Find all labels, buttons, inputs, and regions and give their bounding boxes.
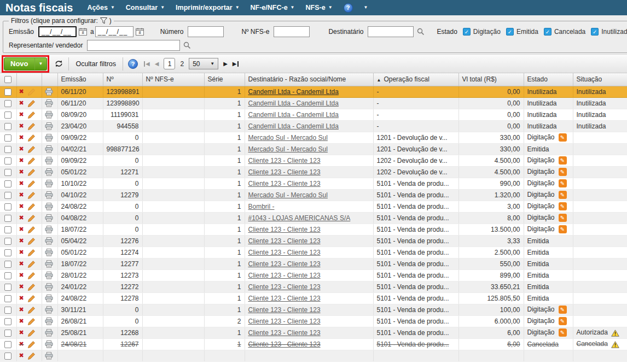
edit-state-icon[interactable]: ✎ <box>559 156 567 165</box>
row-checkbox[interactable] <box>4 295 11 302</box>
printer-icon[interactable] <box>45 340 53 348</box>
destinatario-link[interactable]: Candemil Ltda - Candemil Ltda <box>248 111 339 119</box>
row-checkbox[interactable] <box>4 272 11 279</box>
destinatario-link[interactable]: Cliente 123 - Cliente 123 <box>248 260 321 268</box>
filters-legend[interactable]: Filtros (clique para configurar: ) <box>9 17 114 25</box>
delete-icon[interactable]: ✖ <box>19 145 24 152</box>
printer-icon[interactable] <box>45 237 53 245</box>
destinatario-link[interactable]: Cliente 123 - Cliente 123 <box>248 295 321 302</box>
destinatario-input[interactable] <box>368 26 414 37</box>
table-row[interactable]: ✖24/08/21122671Cliente 123 - Cliente 123… <box>0 338 627 350</box>
delete-icon[interactable]: ✖ <box>19 168 24 175</box>
delete-icon[interactable]: ✖ <box>19 237 24 244</box>
column-header-serie[interactable]: Série <box>204 73 245 86</box>
edit-pencil-icon[interactable] <box>28 318 35 325</box>
printer-icon[interactable] <box>45 249 53 256</box>
printer-icon[interactable] <box>45 272 53 279</box>
row-checkbox[interactable] <box>4 318 11 325</box>
edit-pencil-icon[interactable] <box>28 215 35 222</box>
destinatario-link[interactable]: Cliente 123 - Cliente 123 <box>248 168 321 176</box>
delete-icon[interactable]: ✖ <box>19 226 24 232</box>
edit-pencil-icon[interactable] <box>28 134 35 142</box>
printer-icon[interactable] <box>45 145 53 153</box>
representante-input[interactable] <box>87 40 180 51</box>
edit-pencil-icon[interactable] <box>28 295 35 302</box>
table-row[interactable]: ✖25/08/21122681Cliente 123 - Cliente 123… <box>0 327 627 338</box>
table-row[interactable]: ✖04/08/2201#1043 - LOJAS AMERICANAS S/A5… <box>0 212 627 224</box>
destinatario-link[interactable]: Cliente 123 - Cliente 123 <box>248 306 321 314</box>
table-row[interactable]: ✖23/04/209445581Candemil Ltda - Candemil… <box>0 120 627 132</box>
destinatario-link[interactable]: Mercado Sul - Mercado Sul <box>248 145 328 153</box>
edit-state-icon[interactable]: ✎ <box>559 317 567 325</box>
delete-icon[interactable]: ✖ <box>19 306 24 313</box>
row-checkbox[interactable] <box>4 146 11 153</box>
delete-icon[interactable]: ✖ <box>19 318 24 324</box>
table-row[interactable]: ✖28/01/22122731Cliente 123 - Cliente 123… <box>0 269 627 281</box>
edit-state-icon[interactable]: ✎ <box>559 191 567 199</box>
delete-icon[interactable]: ✖ <box>19 122 24 129</box>
column-header-vltotal[interactable]: Vl total (R$) <box>458 73 524 86</box>
delete-icon[interactable]: ✖ <box>19 180 24 186</box>
table-row[interactable]: ✖09/09/2201Cliente 123 - Cliente 1231202… <box>0 155 627 166</box>
destinatario-link[interactable]: Cliente 123 - Cliente 123 <box>248 157 321 165</box>
delete-icon[interactable]: ✖ <box>19 111 24 118</box>
table-row[interactable]: ✖05/01/22122711Cliente 123 - Cliente 123… <box>0 166 627 178</box>
destinatario-link[interactable]: Cliente 123 - Cliente 123 <box>248 283 321 291</box>
edit-pencil-icon[interactable] <box>28 249 35 256</box>
select-all-checkbox[interactable] <box>0 73 16 86</box>
printer-icon[interactable] <box>45 226 53 233</box>
edit-pencil-icon[interactable] <box>28 353 35 360</box>
table-row[interactable]: ✖24/08/2201Bombril -5101 - Venda de prod… <box>0 201 627 212</box>
last-page-icon[interactable]: ▶ <box>233 61 239 67</box>
row-checkbox[interactable] <box>4 180 11 187</box>
table-row[interactable]: ✖18/07/2201Cliente 123 - Cliente 1235101… <box>0 224 627 235</box>
printer-icon[interactable] <box>45 295 53 302</box>
delete-icon[interactable]: ✖ <box>19 157 24 163</box>
edit-pencil-icon[interactable] <box>28 238 35 245</box>
destinatario-link[interactable]: Cliente 123 - Cliente 123 <box>248 180 321 187</box>
novo-button[interactable]: Novo ▼ <box>4 57 47 71</box>
table-row[interactable]: ✖05/01/22122741Cliente 123 - Cliente 123… <box>0 246 627 258</box>
delete-icon[interactable]: ✖ <box>19 134 24 140</box>
destinatario-link[interactable]: Cliente 123 - Cliente 123 <box>248 318 321 325</box>
refresh-icon[interactable] <box>54 60 63 68</box>
table-row[interactable]: ✖04/10/22122791Mercado Sul - Mercado Sul… <box>0 189 627 201</box>
table-row[interactable]: ✖06/11/201239988911Candemil Ltda - Cande… <box>0 86 627 97</box>
destinatario-link[interactable]: Cliente 123 - Cliente 123 <box>248 340 321 348</box>
edit-pencil-icon[interactable] <box>28 180 35 187</box>
estado-checkbox-emitida[interactable]: ✓Emitida <box>506 28 538 36</box>
printer-icon[interactable] <box>45 180 53 187</box>
row-checkbox[interactable] <box>4 89 11 96</box>
search-icon[interactable] <box>183 42 191 49</box>
table-row[interactable]: ✖24/01/22122721Cliente 123 - Cliente 123… <box>0 281 627 292</box>
menu-consultar[interactable]: Consultar▼ <box>126 4 165 11</box>
row-checkbox[interactable] <box>4 261 11 268</box>
emissao-from-input[interactable]: __/__/__ <box>38 26 77 37</box>
row-checkbox[interactable] <box>4 307 11 314</box>
destinatario-link[interactable]: Candemil Ltda - Candemil Ltda <box>248 88 339 96</box>
table-row[interactable]: ✖09/09/2201Mercado Sul - Mercado Sul1201… <box>0 132 627 143</box>
table-row[interactable]: ✖30/11/2101Cliente 123 - Cliente 1235101… <box>0 304 627 315</box>
row-checkbox[interactable] <box>4 353 11 360</box>
table-row[interactable]: ✖24/08/22122781Cliente 123 - Cliente 123… <box>0 292 627 304</box>
previous-page-icon[interactable]: ◀ <box>155 61 159 67</box>
destinatario-link[interactable]: Cliente 123 - Cliente 123 <box>248 237 321 245</box>
column-header-situacao[interactable]: Situação <box>573 73 627 86</box>
delete-icon[interactable]: ✖ <box>19 191 24 198</box>
edit-pencil-icon[interactable] <box>28 203 35 210</box>
edit-pencil-icon[interactable] <box>28 226 35 233</box>
edit-pencil-icon[interactable] <box>28 341 35 348</box>
printer-icon[interactable] <box>45 111 53 119</box>
row-checkbox[interactable] <box>4 100 11 107</box>
row-checkbox[interactable] <box>4 238 11 245</box>
menu-nfe-nfce[interactable]: NF-e/NFC-e▼ <box>251 4 295 11</box>
printer-icon[interactable] <box>45 88 53 96</box>
row-checkbox[interactable] <box>4 169 11 176</box>
calendar-icon[interactable]: 8 <box>79 28 87 36</box>
printer-icon[interactable] <box>45 214 53 222</box>
delete-icon[interactable]: ✖ <box>19 260 24 267</box>
edit-pencil-icon[interactable] <box>28 272 35 279</box>
printer-icon[interactable] <box>45 306 53 314</box>
destinatario-link[interactable]: Mercado Sul - Mercado Sul <box>248 191 328 199</box>
nfse-input[interactable] <box>274 26 310 37</box>
